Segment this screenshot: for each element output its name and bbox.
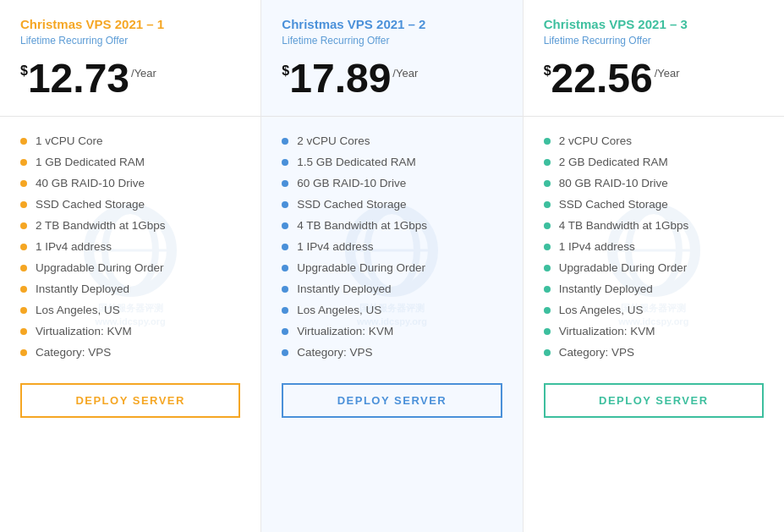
feature-item: 4 TB Bandwidth at 1Gbps: [544, 215, 764, 236]
bullet-icon: [282, 307, 288, 314]
feature-text: Los Angeles, US: [36, 304, 120, 316]
bullet-icon: [282, 244, 288, 250]
bullet-icon: [20, 286, 27, 293]
bullet-icon: [20, 349, 27, 356]
bullet-icon: [282, 159, 288, 166]
feature-text: Upgradable During Order: [559, 261, 688, 274]
feature-item: 4 TB Bandwidth at 1Gbps: [282, 215, 502, 236]
feature-text: SSD Cached Storage: [297, 198, 406, 211]
plan-title: Christmas VPS 2021 – 2: [282, 17, 502, 31]
feature-text: Instantly Deployed: [559, 282, 653, 295]
divider: [0, 116, 260, 117]
features-list: 1 vCPU Core1 GB Dedicated RAM40 GB RAID-…: [20, 130, 240, 363]
bullet-icon: [544, 307, 551, 314]
feature-text: 1 IPv4 address: [297, 240, 373, 253]
deploy-server-button[interactable]: DEPLOY SERVER: [544, 383, 764, 418]
feature-text: Los Angeles, US: [297, 304, 381, 316]
feature-item: 2 vCPU Cores: [544, 130, 764, 151]
bullet-icon: [20, 222, 27, 229]
feature-text: Instantly Deployed: [297, 282, 391, 295]
feature-item: Virtualization: KVM: [544, 321, 764, 342]
feature-item: SSD Cached Storage: [20, 194, 240, 215]
feature-item: 1 IPv4 address: [544, 236, 764, 257]
feature-text: 1 vCPU Core: [36, 134, 103, 147]
feature-text: 60 GB RAID-10 Drive: [297, 177, 406, 189]
feature-item: SSD Cached Storage: [282, 194, 502, 215]
bullet-icon: [544, 159, 551, 166]
feature-text: Category: VPS: [559, 346, 634, 359]
price-row: $22.56/Year: [544, 58, 764, 99]
feature-text: SSD Cached Storage: [559, 198, 668, 211]
bullet-icon: [544, 180, 551, 187]
bullet-icon: [282, 222, 288, 229]
feature-item: 80 GB RAID-10 Drive: [544, 173, 764, 194]
price-dollar-sign: $: [20, 63, 28, 79]
feature-text: 40 GB RAID-10 Drive: [36, 177, 145, 189]
feature-text: SSD Cached Storage: [36, 198, 145, 211]
price-period: /Year: [392, 67, 418, 80]
bullet-icon: [544, 265, 551, 271]
feature-item: Upgradable During Order: [282, 257, 502, 278]
price-row: $12.73/Year: [20, 58, 240, 99]
feature-item: Virtualization: KVM: [282, 321, 502, 342]
deploy-server-button[interactable]: DEPLOY SERVER: [20, 383, 240, 418]
deploy-server-button[interactable]: DEPLOY SERVER: [282, 383, 502, 418]
feature-item: 40 GB RAID-10 Drive: [20, 173, 240, 194]
feature-text: Category: VPS: [297, 346, 372, 359]
feature-item: Category: VPS: [282, 342, 502, 363]
bullet-icon: [282, 201, 288, 208]
bullet-icon: [544, 349, 551, 356]
feature-text: 1 IPv4 address: [559, 240, 635, 253]
bullet-icon: [282, 349, 288, 356]
features-list: 2 vCPU Cores2 GB Dedicated RAM80 GB RAID…: [544, 130, 764, 363]
bullet-icon: [20, 159, 27, 166]
feature-item: Los Angeles, US: [282, 299, 502, 321]
feature-item: 60 GB RAID-10 Drive: [282, 173, 502, 194]
bullet-icon: [544, 286, 551, 293]
price-dollar-sign: $: [282, 63, 289, 79]
plan-column-3: 国外服务器评测www.idcspy.org Christmas VPS 2021…: [524, 0, 784, 532]
bullet-icon: [544, 222, 551, 229]
plan-subtitle: Lifetime Recurring Offer: [544, 35, 764, 47]
bullet-icon: [282, 180, 288, 187]
bullet-icon: [20, 265, 27, 271]
price-dollar-sign: $: [544, 63, 551, 79]
feature-text: 2 TB Bandwidth at 1Gbps: [36, 219, 166, 232]
feature-text: Virtualization: KVM: [36, 325, 132, 337]
price-amount: 12.73: [28, 58, 129, 99]
feature-item: Category: VPS: [20, 342, 240, 363]
feature-item: 1.5 GB Dedicated RAM: [282, 151, 502, 173]
feature-text: 1 IPv4 address: [36, 240, 112, 253]
feature-item: Category: VPS: [544, 342, 764, 363]
feature-item: 2 vCPU Cores: [282, 130, 502, 151]
bullet-icon: [282, 138, 288, 145]
feature-item: 2 TB Bandwidth at 1Gbps: [20, 215, 240, 236]
divider: [261, 116, 522, 117]
feature-item: Instantly Deployed: [282, 278, 502, 299]
bullet-icon: [282, 265, 288, 271]
feature-item: 1 IPv4 address: [20, 236, 240, 257]
feature-item: 1 vCPU Core: [20, 130, 240, 151]
feature-item: SSD Cached Storage: [544, 194, 764, 215]
feature-item: Instantly Deployed: [544, 278, 764, 299]
price-row: $17.89/Year: [282, 58, 502, 99]
bullet-icon: [20, 138, 27, 145]
bullet-icon: [544, 138, 551, 145]
price-period: /Year: [131, 67, 156, 80]
feature-text: 2 vCPU Cores: [559, 134, 632, 147]
divider: [524, 116, 784, 117]
feature-text: 1.5 GB Dedicated RAM: [297, 156, 415, 168]
feature-item: Upgradable During Order: [20, 257, 240, 278]
feature-item: Instantly Deployed: [20, 278, 240, 299]
bullet-icon: [544, 328, 551, 335]
bullet-icon: [544, 244, 551, 250]
feature-text: Virtualization: KVM: [559, 325, 655, 337]
feature-text: Virtualization: KVM: [297, 325, 393, 337]
feature-item: 1 GB Dedicated RAM: [20, 151, 240, 173]
feature-text: 1 GB Dedicated RAM: [36, 156, 145, 168]
feature-text: 4 TB Bandwidth at 1Gbps: [559, 219, 689, 232]
feature-text: Category: VPS: [36, 346, 111, 359]
feature-text: Upgradable During Order: [297, 261, 425, 274]
feature-text: 2 vCPU Cores: [297, 134, 370, 147]
plan-subtitle: Lifetime Recurring Offer: [20, 35, 240, 47]
